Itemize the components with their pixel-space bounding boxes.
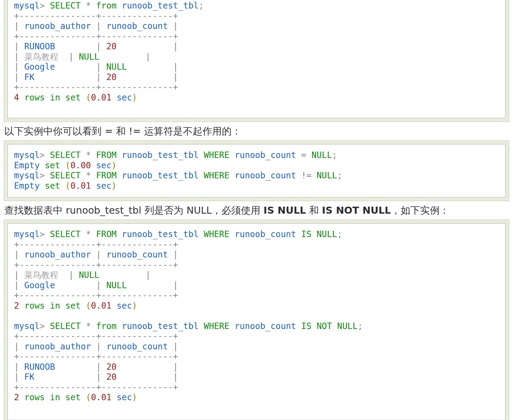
code-line: +---------------+--------------+ bbox=[14, 31, 499, 42]
code-line: | FK | 20 | bbox=[14, 372, 499, 382]
code-line: +---------------+--------------+ bbox=[14, 290, 499, 301]
code-line: +---------------+--------------+ bbox=[14, 331, 499, 341]
code-line: | runoob_author | runoob_count | bbox=[14, 21, 499, 31]
code-line: | Google | NULL | bbox=[14, 62, 499, 72]
code-line: mysql> SELECT * FROM runoob_test_tbl WHE… bbox=[14, 150, 499, 160]
mysql-output-is-null: mysql> SELECT * FROM runoob_test_tbl WHE… bbox=[7, 223, 506, 420]
code-line: +---------------+--------------+ bbox=[14, 240, 499, 250]
code-line: +---------------+--------------+ bbox=[14, 11, 499, 21]
mysql-output-equal-null: mysql> SELECT * FROM runoob_test_tbl WHE… bbox=[7, 144, 506, 198]
tutorial-content: mysql> SELECT * from runoob_test_tbl;+--… bbox=[0, 0, 516, 420]
example-box-equal-null: mysql> SELECT * FROM runoob_test_tbl WHE… bbox=[4, 140, 509, 201]
code-line: mysql> SELECT * FROM runoob_test_tbl WHE… bbox=[14, 170, 499, 181]
example-box-select-all: mysql> SELECT * from runoob_test_tbl;+--… bbox=[4, 0, 509, 122]
mysql-output-select-all: mysql> SELECT * from runoob_test_tbl;+--… bbox=[7, 0, 506, 118]
code-line: 2 rows in set (0.01 sec) bbox=[14, 301, 499, 311]
code-line: Empty set (0.01 sec) bbox=[14, 181, 499, 191]
code-line: 2 rows in set (0.01 sec) bbox=[14, 392, 499, 403]
code-line: | RUNOOB | 20 | bbox=[14, 362, 499, 372]
code-line: 4 rows in set (0.01 sec) bbox=[14, 93, 499, 103]
code-line: Empty set (0.00 sec) bbox=[14, 160, 499, 171]
code-line: +---------------+--------------+ bbox=[14, 82, 499, 93]
code-line: +---------------+--------------+ bbox=[14, 352, 499, 362]
paragraph-operators-note: 以下实例中你可以看到 = 和 != 运算符是不起作用的： bbox=[4, 125, 509, 137]
code-line: mysql> SELECT * from runoob_test_tbl WHE… bbox=[14, 321, 499, 331]
code-line: | 菜鸟教程 | NULL | bbox=[14, 52, 499, 62]
code-line bbox=[14, 311, 499, 321]
code-line: mysql> SELECT * from runoob_test_tbl; bbox=[14, 1, 499, 11]
code-line: mysql> SELECT * FROM runoob_test_tbl WHE… bbox=[14, 229, 499, 240]
code-line: | Google | NULL | bbox=[14, 280, 499, 291]
code-line: +---------------+--------------+ bbox=[14, 260, 499, 270]
code-line: | RUNOOB | 20 | bbox=[14, 41, 499, 52]
paragraph-is-null-note: 查找数据表中 runoob_test_tbl 列是否为 NULL，必须使用 IS… bbox=[4, 204, 509, 216]
code-line: | 菜鸟教程 | NULL | bbox=[14, 270, 499, 280]
code-line: | runoob_author | runoob_count | bbox=[14, 341, 499, 352]
code-line: | runoob_author | runoob_count | bbox=[14, 250, 499, 260]
code-line: +---------------+--------------+ bbox=[14, 382, 499, 393]
example-box-is-null: mysql> SELECT * FROM runoob_test_tbl WHE… bbox=[4, 219, 509, 420]
code-line: | FK | 20 | bbox=[14, 72, 499, 82]
